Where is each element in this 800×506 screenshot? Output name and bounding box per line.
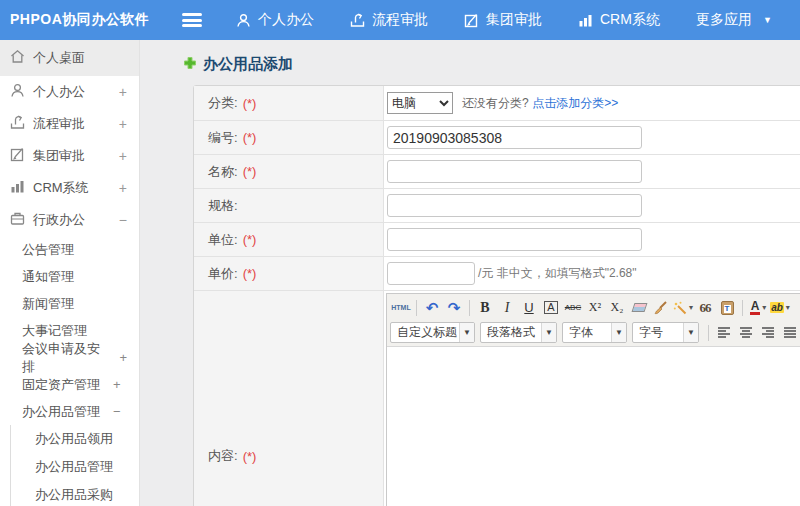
nav-label: 集团审批 [486, 11, 542, 29]
briefcase-icon [10, 211, 25, 229]
superscript-button[interactable]: X² [585, 298, 605, 318]
sidebar-item-supplies-purchase[interactable]: 办公用品采购 [11, 481, 139, 506]
field-label: 名称: [208, 163, 238, 181]
justify-icon [784, 327, 797, 338]
price-input[interactable] [387, 262, 475, 285]
sidebar-item-notice-mgmt[interactable]: 通知管理 [0, 263, 139, 290]
sidebar-item-label: 办公用品领用 [35, 430, 113, 448]
add-category-link[interactable]: 点击添加分类>> [532, 95, 618, 112]
caret-down-icon: ▾ [689, 303, 693, 312]
expand-plus-icon[interactable]: + [113, 377, 121, 392]
bold-button[interactable]: B [475, 298, 495, 318]
form-row-number: 编号: (*) [194, 121, 800, 155]
font-family-dropdown[interactable]: 字体 ▼ [562, 322, 627, 343]
nav-more-apps[interactable]: 更多应用 ▼ [696, 11, 772, 29]
number-input[interactable] [387, 126, 642, 149]
user-icon [10, 83, 25, 101]
remove-format-eraser-button[interactable] [629, 298, 649, 318]
expand-plus-icon[interactable]: + [119, 84, 127, 100]
unit-input[interactable] [387, 228, 642, 251]
form-row-spec: 规格: [194, 189, 800, 223]
quick-format-wand-button[interactable]: ▾ [673, 298, 693, 318]
nav-workflow-approval[interactable]: 流程审批 [350, 11, 428, 29]
sidebar-item-label: 会议申请及安排 [22, 340, 110, 376]
bar-chart-icon [578, 13, 593, 28]
underline-button[interactable]: U [519, 298, 539, 318]
expand-plus-icon[interactable]: + [119, 116, 127, 132]
align-center-button[interactable] [736, 323, 756, 343]
subscript-button[interactable]: X₂ [607, 298, 627, 318]
caret-down-icon: ▾ [786, 303, 790, 312]
sidebar-item-label: 办公用品管理 [35, 458, 113, 476]
align-left-button[interactable] [714, 323, 734, 343]
paste-as-text-button[interactable]: T [717, 298, 737, 318]
sidebar-item-label: 个人桌面 [33, 49, 85, 67]
sidebar-item-personal-desktop[interactable]: 个人桌面 [0, 40, 139, 76]
edit-square-icon [10, 147, 25, 165]
sidebar-item-announcement-mgmt[interactable]: 公告管理 [0, 236, 139, 263]
office-supply-form: 分类: (*) 电脑 还没有分类? 点击添加分类>> 编号: (*) 名 [193, 85, 800, 506]
main-content: 办公用品添加 分类: (*) 电脑 还没有分类? 点击添加分类>> 编号: (*… [141, 40, 800, 506]
format-painter-button[interactable] [651, 298, 671, 318]
eraser-icon [631, 303, 647, 312]
form-row-unit: 单位: (*) [194, 223, 800, 257]
hamburger-menu-icon[interactable] [182, 13, 202, 27]
sidebar-item-crm[interactable]: CRM系统 + [0, 172, 139, 204]
collapse-minus-icon[interactable]: − [113, 404, 121, 419]
name-input[interactable] [387, 160, 642, 183]
html-source-button[interactable]: HTML [391, 298, 411, 318]
strikethrough-button[interactable]: ABC [563, 298, 583, 318]
sidebar-item-label: 办公用品采购 [35, 486, 113, 504]
paragraph-format-dropdown[interactable]: 段落格式 ▼ [480, 322, 557, 343]
sidebar-item-label: 个人办公 [33, 83, 85, 101]
highlight-color-button[interactable]: ab▾ [770, 298, 790, 318]
expand-plus-icon[interactable]: + [119, 350, 127, 365]
nav-label: 个人办公 [258, 11, 314, 29]
sidebar-item-group-approval[interactable]: 集团审批 + [0, 140, 139, 172]
char-border-button[interactable]: A [544, 301, 557, 314]
sidebar-item-supplies-management[interactable]: 办公用品管理 [11, 453, 139, 481]
nav-crm-system[interactable]: CRM系统 [578, 11, 660, 29]
sidebar-item-office-supplies-mgmt[interactable]: 办公用品管理− [0, 398, 139, 425]
caret-down-icon: ▼ [683, 323, 698, 342]
sidebar-item-admin-office[interactable]: 行政办公 − [0, 204, 139, 236]
sidebar-item-fixed-assets-mgmt[interactable]: 固定资产管理+ [0, 371, 139, 398]
sidebar: 个人桌面 个人办公 + 流程审批 + 集团审批 + CRM系统 + 行政办公 − [0, 40, 140, 506]
sidebar-item-workflow-approval[interactable]: 流程审批 + [0, 108, 139, 140]
editor-content-area[interactable] [387, 347, 800, 506]
required-mark: (*) [243, 96, 257, 111]
edit-square-icon [464, 13, 479, 28]
redo-button[interactable]: ↷ [444, 298, 464, 318]
blockquote-button[interactable]: 66 [695, 298, 715, 318]
custom-heading-dropdown[interactable]: 自定义标题 ▼ [390, 322, 475, 343]
required-mark: (*) [243, 232, 257, 247]
align-left-icon [718, 327, 731, 338]
clipboard-icon: T [721, 301, 734, 315]
required-mark: (*) [243, 449, 257, 464]
sidebar-item-personal-office[interactable]: 个人办公 + [0, 76, 139, 108]
category-select[interactable]: 电脑 [387, 92, 453, 114]
font-color-button[interactable]: A▾ [748, 298, 768, 318]
justify-button[interactable] [780, 323, 800, 343]
expand-plus-icon[interactable]: + [119, 180, 127, 196]
sidebar-item-label: 大事记管理 [22, 322, 87, 340]
sidebar-item-label: 行政办公 [33, 211, 85, 229]
align-right-button[interactable] [758, 323, 778, 343]
font-size-dropdown[interactable]: 字号 ▼ [632, 322, 699, 343]
sidebar-item-news-mgmt[interactable]: 新闻管理 [0, 290, 139, 317]
field-label: 编号: [208, 129, 238, 147]
spec-input[interactable] [387, 194, 642, 217]
home-icon [10, 49, 25, 67]
form-row-price: 单价: (*) /元 非中文，如填写格式"2.68" [194, 257, 800, 291]
nav-personal-office[interactable]: 个人办公 [236, 11, 314, 29]
caret-down-icon: ▼ [611, 323, 626, 342]
sidebar-item-supplies-requisition[interactable]: 办公用品领用 [11, 425, 139, 453]
undo-button[interactable]: ↶ [422, 298, 442, 318]
expand-plus-icon[interactable]: + [119, 148, 127, 164]
italic-button[interactable]: I [497, 298, 517, 318]
nav-group-approval[interactable]: 集团审批 [464, 11, 542, 29]
collapse-minus-icon[interactable]: − [119, 212, 127, 228]
sidebar-item-label: 办公用品管理 [22, 403, 100, 421]
required-mark: (*) [243, 130, 257, 145]
sidebar-item-meeting-mgmt[interactable]: 会议申请及安排+ [0, 344, 139, 371]
